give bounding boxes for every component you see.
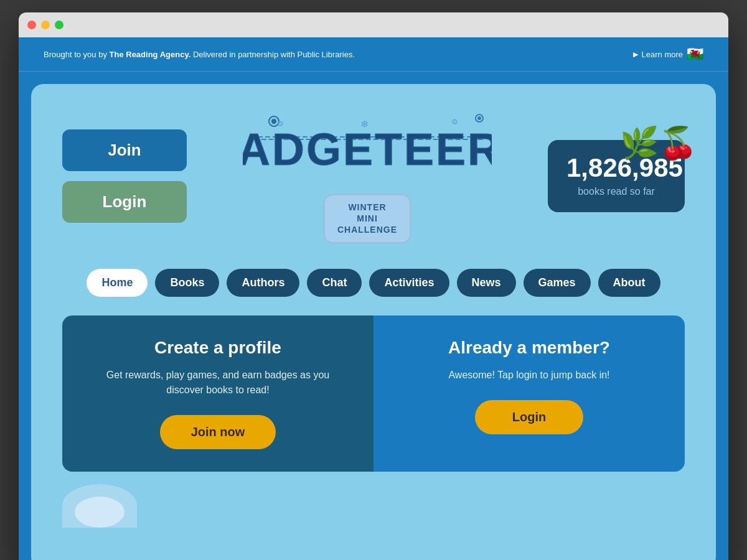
svg-text:GADGETEERS: GADGETEERS xyxy=(243,124,492,174)
browser-content: Brought to you by The Reading Agency. De… xyxy=(19,37,728,560)
svg-point-3 xyxy=(477,116,481,120)
create-profile-title: Create a profile xyxy=(154,338,281,358)
member-card: Already a member? Awesome! Tap login to … xyxy=(374,315,685,472)
logo-decoration: GADGETEERS ❄ ⚙ ⚙ xyxy=(243,109,492,186)
nav-news[interactable]: News xyxy=(457,269,516,297)
login-card-button[interactable]: Login xyxy=(475,400,583,434)
nav-activities[interactable]: Activities xyxy=(369,269,449,297)
holly-icon: 🌿🍒 xyxy=(620,128,697,159)
join-now-button[interactable]: Join now xyxy=(160,415,276,449)
member-desc: Awesome! Tap login to jump back in! xyxy=(448,368,609,383)
nav-home[interactable]: Home xyxy=(87,269,148,297)
nav-section: Home Books Authors Chat Activities News … xyxy=(62,269,685,297)
svg-text:⚙: ⚙ xyxy=(277,119,284,128)
nav-authors[interactable]: Authors xyxy=(227,269,299,297)
close-button[interactable] xyxy=(27,21,36,29)
minimize-button[interactable] xyxy=(41,21,50,29)
agency-name: The Reading Agency. xyxy=(110,50,191,59)
nav-chat[interactable]: Chat xyxy=(307,269,362,297)
mac-window: Brought to you by The Reading Agency. De… xyxy=(19,12,728,560)
auth-buttons: Join Login xyxy=(62,129,187,223)
winter-badge-text: WINTER MINI CHALLENGE xyxy=(337,202,397,236)
create-profile-card: Create a profile Get rewards, play games… xyxy=(62,315,374,472)
member-title: Already a member? xyxy=(448,338,610,358)
bottom-character-peek xyxy=(62,484,137,528)
logo-wrapper: GADGETEERS ❄ ⚙ ⚙ WINTER MINI CHALLENGE xyxy=(243,109,492,244)
wales-flag-icon: 🏴󠁧󠁢󠁷󠁬󠁳󠁿 xyxy=(687,46,703,62)
svg-point-1 xyxy=(271,119,276,124)
maximize-button[interactable] xyxy=(55,21,63,29)
svg-text:❄: ❄ xyxy=(360,119,369,129)
learn-more-text: Learn more xyxy=(642,50,683,59)
learn-more-link[interactable]: ▶ Learn more 🏴󠁧󠁢󠁷󠁬󠁳󠁿 xyxy=(633,46,703,62)
stats-label: books read so far xyxy=(566,186,666,197)
hero-section: Join Login xyxy=(62,103,685,244)
banner-text: Brought to you by The Reading Agency. De… xyxy=(44,50,355,59)
nav-books[interactable]: Books xyxy=(155,269,219,297)
svg-text:⚙: ⚙ xyxy=(451,118,458,126)
join-button[interactable]: Join xyxy=(62,129,187,171)
stats-box: 🌿🍒 1,826,985 books read so far xyxy=(548,140,685,212)
mac-titlebar xyxy=(19,12,728,37)
login-button[interactable]: Login xyxy=(62,181,187,223)
top-banner: Brought to you by The Reading Agency. De… xyxy=(19,37,728,72)
create-profile-desc: Get rewards, play games, and earn badges… xyxy=(87,368,349,398)
bottom-section xyxy=(62,484,685,528)
cards-section: Create a profile Get rewards, play games… xyxy=(62,315,685,472)
winter-badge: WINTER MINI CHALLENGE xyxy=(323,194,411,244)
main-container: Join Login xyxy=(31,84,716,560)
gadgeteers-logo-svg: GADGETEERS ❄ ⚙ ⚙ xyxy=(243,109,492,184)
nav-about[interactable]: About xyxy=(598,269,660,297)
nav-games[interactable]: Games xyxy=(524,269,591,297)
play-icon: ▶ xyxy=(633,50,638,58)
